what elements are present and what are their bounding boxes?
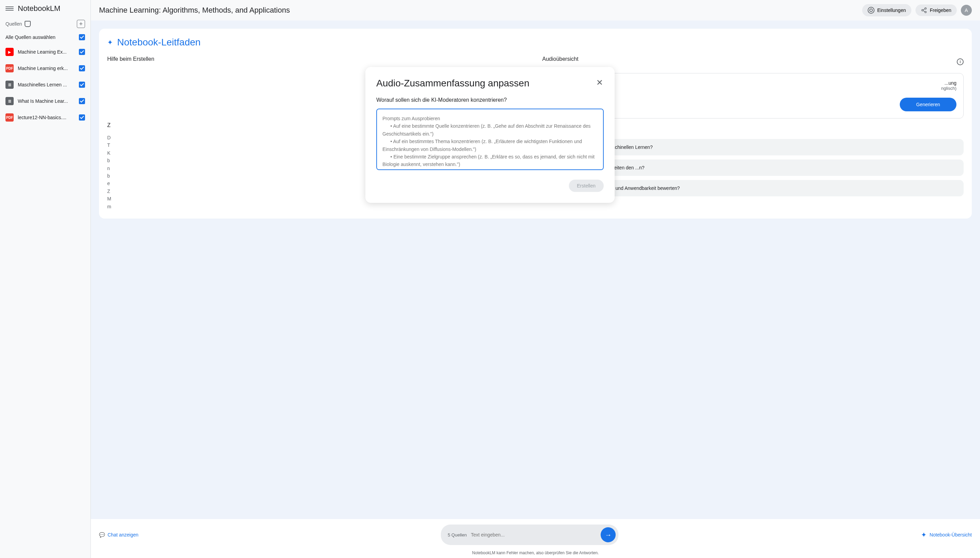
create-button[interactable]: Erstellen [569,180,604,192]
modal-footer: Erstellen [376,180,604,192]
modal-title: Audio-Zusammenfassung anpassen [376,78,529,89]
modal-textarea[interactable] [376,108,604,170]
close-button[interactable]: ✕ [595,78,604,86]
modal-label: Worauf sollen sich die KI-Moderatoren ko… [376,97,604,103]
modal-header: Audio-Zusammenfassung anpassen ✕ [376,78,604,89]
modal-overlay: Audio-Zusammenfassung anpassen ✕ Worauf … [0,0,980,558]
modal: Audio-Zusammenfassung anpassen ✕ Worauf … [365,67,615,203]
